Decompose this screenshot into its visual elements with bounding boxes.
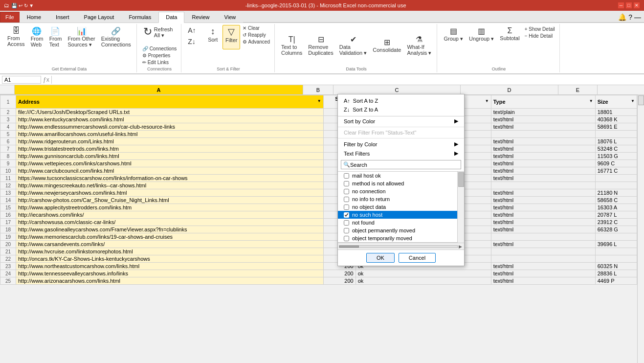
minimize-button[interactable]: ─ — [618, 2, 624, 9]
list-item-no-object-data[interactable]: no object data — [338, 203, 457, 211]
cell-a[interactable]: http://iecarshows.com/links/ — [16, 211, 323, 219]
text-to-columns-button[interactable]: T| Text toColumns — [279, 34, 305, 57]
dropdown-hscrollbar[interactable]: ▶ — [338, 243, 464, 250]
cell-d[interactable]: Type▼ — [491, 95, 595, 109]
cell-a[interactable]: http://www.arizonacarshows.com/links.htm… — [16, 277, 323, 285]
maximize-button[interactable]: □ — [625, 2, 632, 9]
cell-e[interactable]: 4469 P — [595, 277, 637, 285]
col-header-d[interactable]: D — [461, 85, 558, 94]
reapply-button[interactable]: ↺ Reapply — [241, 32, 271, 38]
tab-insert[interactable]: Insert — [48, 12, 77, 23]
cell-d[interactable] — [491, 182, 595, 189]
checkbox-no-object-data[interactable] — [344, 204, 349, 210]
cell-d[interactable] — [491, 248, 595, 255]
checkbox-no-connection[interactable] — [344, 189, 349, 194]
vertical-scrollbar[interactable] — [637, 95, 644, 363]
from-access-button[interactable]: 🗄 FromAccess — [5, 25, 27, 49]
advanced-button[interactable]: ⚙ Advanced — [241, 39, 271, 45]
cell-e[interactable] — [595, 248, 637, 255]
list-scrollbar[interactable] — [457, 172, 464, 243]
list-scroll-thumb[interactable] — [458, 172, 464, 187]
hscroll-right-btn[interactable]: ▶ — [458, 244, 463, 249]
cell-e[interactable]: 58658 C — [595, 197, 637, 204]
edit-links-button[interactable]: ✏ Edit Links — [141, 59, 178, 66]
cell-a[interactable]: http://www.tristatestreetrods.com/links.… — [16, 145, 323, 153]
cell-e[interactable]: 18801 — [595, 109, 637, 116]
col-header-b[interactable]: B — [303, 85, 333, 94]
hide-detail-button[interactable]: − Hide Detail — [523, 33, 556, 39]
filter-button[interactable]: ▽ Filter — [222, 25, 240, 49]
list-item-no-info[interactable]: no info to return — [338, 195, 457, 203]
list-item-method-not-allowed[interactable]: method is not allowed — [338, 180, 457, 187]
remove-duplicates-button[interactable]: ⊟ RemoveDuplicates — [306, 33, 335, 57]
cell-a[interactable]: http://www.tennesseevalleycarshows.info/… — [16, 270, 323, 277]
cell-d[interactable]: text/html — [491, 226, 595, 233]
cell-e[interactable]: 58691 E — [595, 123, 637, 131]
clear-filter-item[interactable]: Clear Filter From "Status-Text" — [338, 128, 464, 137]
close-button[interactable]: ✕ — [633, 2, 640, 9]
cell-d[interactable]: text/html — [491, 263, 595, 270]
from-text-button[interactable]: 📄 FromText — [46, 25, 64, 49]
hscroll-thumb[interactable] — [339, 246, 359, 248]
sort-za-button[interactable]: Z↓ — [185, 36, 203, 47]
cell-e[interactable] — [595, 175, 637, 182]
cell-d[interactable] — [491, 233, 595, 241]
clear-button[interactable]: ✕ Clear — [241, 25, 271, 31]
cell-a[interactable]: http://www.northeastcustomcarshow.com/li… — [16, 263, 323, 270]
list-item-not-found[interactable]: not found — [338, 219, 457, 227]
cell-a[interactable]: http://www.memoriescarclub.com/links/19-… — [16, 233, 323, 241]
cell-a[interactable]: http://www.applecitystreetrodders.com/li… — [16, 204, 323, 211]
refresh-all-button[interactable]: ↻ RefreshAll ▾ — [141, 25, 176, 45]
cell-d[interactable]: text/html — [491, 145, 595, 153]
cell-d[interactable]: text/html — [491, 116, 595, 123]
checkbox-no-info[interactable] — [344, 197, 349, 202]
col-header-a[interactable]: A — [15, 85, 303, 94]
cell-c[interactable]: ok — [355, 277, 491, 285]
cell-e[interactable]: 18076 L — [595, 138, 637, 145]
cell-e[interactable]: 40368 K — [595, 116, 637, 123]
ungroup-button[interactable]: ▥ Ungroup ▾ — [466, 25, 496, 49]
cell-e[interactable]: 39696 L — [595, 241, 637, 248]
cell-d[interactable]: text/html — [491, 123, 595, 131]
sort-by-color-item[interactable]: Sort by Color ▶ — [338, 116, 464, 126]
cell-d[interactable]: text/plain — [491, 109, 595, 116]
from-web-button[interactable]: 🌐 FromWeb — [28, 25, 45, 49]
cell-e[interactable]: 20787 L — [595, 211, 637, 219]
cell-e[interactable]: 16771 C — [595, 167, 637, 175]
col-header-e[interactable]: E — [558, 85, 598, 94]
from-other-button[interactable]: 📊 From OtherSources ▾ — [65, 25, 97, 49]
cell-e[interactable]: 53248 C — [595, 145, 637, 153]
cell-e[interactable] — [595, 255, 637, 263]
cell-a[interactable]: http://www.carclubcouncil.com/links.html — [16, 167, 323, 175]
checkbox-no-such-host[interactable] — [344, 212, 349, 218]
show-detail-button[interactable]: + Show Detail — [523, 26, 556, 32]
cell-a[interactable]: http://www.endlesssummercarshowsli.com/c… — [16, 123, 323, 131]
data-validation-button[interactable]: ✔ DataValidation ▾ — [337, 33, 370, 58]
cell-a[interactable]: http://www.vettepieces.com/links/carshow… — [16, 160, 323, 167]
tab-data[interactable]: Data — [158, 12, 184, 23]
connections-button[interactable]: 🔗 Connections — [141, 45, 178, 52]
filter-cancel-button[interactable]: Cancel — [399, 253, 436, 263]
cell-e[interactable] — [595, 233, 637, 241]
tab-file[interactable]: File — [0, 12, 20, 23]
cell-d[interactable]: text/html — [491, 277, 595, 285]
sort-a-to-z-item[interactable]: A↑ Sort A to Z — [338, 96, 464, 105]
list-item-no-connection[interactable]: no connection — [338, 187, 457, 195]
cell-a[interactable]: http://www.carsandevents.com/links/ — [16, 241, 323, 248]
sort-button[interactable]: ↕ Sort — [204, 25, 222, 49]
filter-ok-button[interactable]: OK — [366, 253, 395, 263]
cell-e[interactable]: 60325 N — [595, 263, 637, 270]
cell-a[interactable]: Address▼ — [16, 95, 323, 109]
cell-d[interactable]: text/html — [491, 175, 595, 182]
cell-e[interactable]: 21180 N — [595, 189, 637, 197]
cell-e[interactable] — [595, 131, 637, 138]
tab-pagelayout[interactable]: Page Layout — [77, 12, 122, 23]
cell-a[interactable]: http://www.kentuckycarshows.com/links.ht… — [16, 116, 323, 123]
cell-d[interactable]: text/html — [491, 270, 595, 277]
cell-c[interactable]: ok — [355, 270, 491, 277]
cell-b[interactable]: 200 — [323, 270, 355, 277]
cell-e[interactable]: 11503 G — [595, 153, 637, 160]
cell-d[interactable]: text/html — [491, 189, 595, 197]
whatif-button[interactable]: ⚗ What-IfAnalysis ▾ — [404, 33, 434, 58]
cell-e[interactable]: 9609 C — [595, 160, 637, 167]
